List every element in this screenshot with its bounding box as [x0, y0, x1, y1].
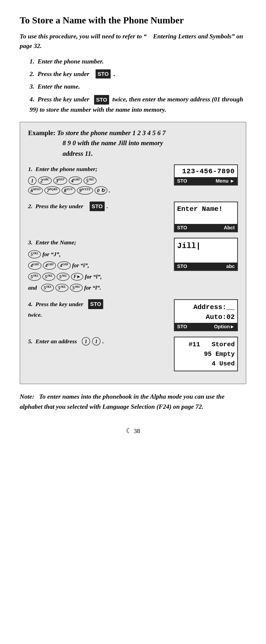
example-label: Example: [28, 129, 57, 136]
key-1: 1 [28, 176, 37, 185]
key-3def: 3DEF [53, 176, 67, 185]
ex-step-1-screen: 123-456-7890 STO Menu ► [174, 164, 238, 185]
key-5jkl-l1: 5JKL [28, 273, 41, 281]
ex-step-2-screen: Enter Name! STO Abct [174, 202, 238, 232]
key-2abc: 2ABC [38, 176, 52, 185]
key-4ghi-i2: 4GHI [43, 261, 56, 270]
key-4ghi-i3: 4GHI [57, 261, 71, 270]
main-steps-list: 1. Enter the phone number. 2. Press the … [20, 56, 246, 115]
page-title: To Store a Name with the Phone Number [20, 15, 246, 26]
screen3-bar: STO abc [175, 262, 237, 270]
sto-badge-2: STO [94, 95, 109, 104]
key-8tuv: 8TUV [62, 186, 75, 195]
screen1-menu: Menu ► [215, 178, 235, 184]
ex-step-2: 2. Press the key under STO . Enter Name!… [28, 202, 238, 232]
screen4-bar: STO Option► [175, 323, 237, 330]
key-5jkl-l5: 5JKL [55, 284, 68, 292]
phone-screen-4: Address:__Auto:02 STO Option► [174, 299, 238, 331]
ex-step-4-left: 4. Press the key under STO twice. [28, 299, 168, 320]
key-9wxyz: 9WXYZ [77, 186, 93, 195]
key-6mno: 6MNO [28, 186, 43, 195]
phone-screen-2: Enter Name! STO Abct [174, 202, 238, 232]
ex-step-3-left: 3. Enter the Name; 5JKL for “J”, 4GHI 4G… [28, 238, 168, 294]
key-5jkl-l3: 5JKL [57, 273, 70, 281]
note-section: Note: To enter names into the phonebook … [20, 392, 246, 412]
note-label: Note: [20, 393, 34, 400]
sto-badge-4: STO [88, 299, 103, 309]
ex-step-5-left: 5. Enter an address 1 1 . [28, 337, 168, 346]
example-description: To store the phone number 1 2 3 4 5 6 7 [57, 129, 166, 136]
key-5jkl-l6: 5JKL [70, 284, 83, 292]
key-row-l2: and 5JKL 5JKL 5JKL for “l”. [28, 283, 168, 293]
screen2-sto: STO [177, 225, 187, 230]
main-step-3: 3. Enter the name. [30, 82, 246, 91]
key-row-j: 5JKL for “J”, [28, 249, 168, 259]
ex-step-4-screen: Address:__Auto:02 STO Option► [174, 299, 238, 331]
ex-step-4: 4. Press the key under STO twice. Addres… [28, 299, 238, 331]
intro-text-start: To use this procedure, you will need to … [20, 33, 243, 50]
screen4-sto: STO [177, 324, 187, 330]
screen4-content: Address:__Auto:02 [175, 300, 237, 322]
key-5jkl-j: 5JKL [28, 250, 41, 258]
key-0: 0 ↻ [95, 186, 107, 195]
sto-badge-3: STO [90, 202, 105, 211]
screen2-content: Enter Name! [175, 202, 237, 215]
page-number-container: ☾ 38 [20, 427, 246, 435]
key-5jkl: 5JKL [84, 176, 97, 185]
phone-screen-3: Jill| STO abc [174, 238, 238, 271]
key-row-l1: 5JKL 5JKL 5JKL F► for “l”, [28, 272, 168, 282]
screen4-option: Option► [214, 324, 235, 330]
key-row-1: 1 2ABC 3DEF 4GHI 5JKL [28, 176, 168, 185]
screen3-sto: STO [177, 264, 187, 269]
page-number: 38 [134, 428, 140, 434]
screen1-sto: STO [177, 178, 187, 184]
key-fn: F► [71, 273, 83, 280]
note-text: To enter names into the phonebook in the… [20, 393, 225, 410]
sto-badge-1: STO [96, 70, 111, 78]
screen2-bar: STO Abct [175, 224, 237, 232]
main-step-1: 1. Enter the phone number. [30, 56, 246, 66]
key-4ghi-i1: 4GHI [28, 261, 41, 270]
example-address: 8 9 0 with the name Jill into memoryaddr… [28, 138, 238, 159]
ex-step-2-left: 2. Press the key under STO . [28, 202, 168, 211]
main-step-2: 2. Press the key under STO . [30, 69, 246, 79]
ex-step-3: 3. Enter the Name; 5JKL for “J”, 4GHI 4G… [28, 238, 238, 294]
key-row-2: 6MNO 7PQRS 8TUV 9WXYZ 0 ↻ . [28, 186, 168, 195]
phone-screen-5: #11 Stored 95 Empty 4 Used [174, 337, 238, 371]
screen1-bar: STO Menu ► [175, 177, 237, 185]
example-box: Example: To store the phone number 1 2 3… [20, 122, 246, 384]
moon-icon: ☾ [126, 427, 132, 435]
screen5-content: #11 Stored 95 Empty 4 Used [175, 338, 237, 370]
screen2-abct: Abct [224, 225, 235, 230]
main-step-4: 4. Press the key under STO twice, then e… [30, 94, 246, 115]
screen3-content: Jill| [175, 238, 237, 253]
key-1-addr2: 1 [92, 337, 101, 346]
key-row-i: 4GHI 4GHI 4GHI for “i”, [28, 260, 168, 270]
screen3-abc: abc [226, 264, 235, 269]
key-7pqrs: 7PQRS [44, 186, 60, 195]
intro-paragraph: To use this procedure, you will need to … [20, 32, 246, 51]
ex-step-5-screen: #11 Stored 95 Empty 4 Used [174, 337, 238, 371]
ex-step-5: 5. Enter an address 1 1 . #11 Stored 95 … [28, 337, 238, 371]
key-5jkl-l2: 5JKL [42, 273, 55, 281]
key-5jkl-l4: 5JKL [41, 284, 54, 292]
example-header: Example: To store the phone number 1 2 3… [28, 129, 238, 137]
ex-step-1: 1. Enter the phone number; 1 2ABC 3DEF 4… [28, 164, 238, 196]
key-1-addr1: 1 [82, 337, 90, 346]
ex-step-1-left: 1. Enter the phone number; 1 2ABC 3DEF 4… [28, 164, 168, 196]
screen1-content: 123-456-7890 [175, 165, 237, 177]
ex-step-3-screen: Jill| STO abc [174, 238, 238, 271]
key-4ghi: 4GHI [69, 176, 82, 185]
phone-screen-1: 123-456-7890 STO Menu ► [174, 164, 238, 185]
